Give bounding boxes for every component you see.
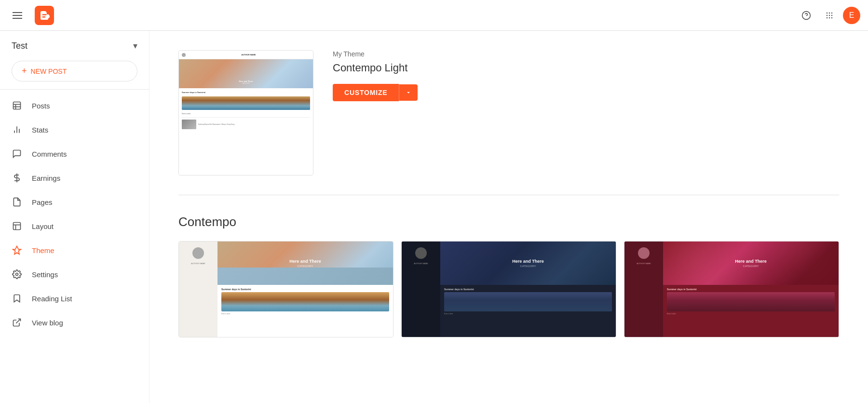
mini-post-2-image [182,120,196,129]
header-right: E [797,6,860,25]
sidebar-item-layout[interactable]: Layout [0,214,149,238]
card-rose-avatar [638,247,650,259]
new-post-button[interactable]: + NEW POST [12,61,137,81]
mini-header: AUTHOR NAME [179,51,313,59]
svg-point-8 [827,17,828,18]
pages-label: Pages [32,198,53,206]
sidebar-item-settings[interactable]: Settings [0,262,149,286]
comments-icon [12,148,22,159]
settings-label: Settings [32,270,58,279]
settings-icon [12,269,22,280]
apps-button[interactable] [820,6,839,25]
theme-title: Contempo Light [333,62,839,74]
card-light-blog-name: AUTHOR NAME [189,262,207,265]
sidebar-item-stats[interactable]: Stats [0,118,149,142]
theme-card-rose[interactable]: AUTHOR NAME Here and There CATEGORY Summ… [624,241,839,337]
card-light-body: Summer days in Santorini Button Labels [217,285,393,337]
sidebar-item-view-blog[interactable]: View blog [0,310,149,335]
theme-page: AUTHOR NAME Here and There CATEGORY Summ… [149,31,868,357]
theme-label: Theme [32,246,54,255]
card-dark-hero: Here and There CATEGORY [440,242,616,285]
sidebar-item-theme[interactable]: Theme [0,238,149,262]
card-light-main: Here and There CATEGORY Summer days in S… [217,242,393,337]
blog-selector[interactable]: Test ▾ [0,35,149,57]
card-light-hero-sub: CATEGORY [297,265,313,268]
contempo-section-title: Contempo [178,215,839,229]
theme-card-dark[interactable]: AUTHOR NAME Here and There CATEGORY Summ… [401,241,616,337]
my-theme-label: My Theme [333,50,839,58]
card-dark-body: Summer days in Santorini Button Labels [440,285,616,337]
card-dark-hero-sub: CATEGORY [520,265,536,268]
header-left [8,6,54,25]
contempo-section: Contempo AUTHOR NAME Here and There CATE… [178,215,839,337]
svg-line-23 [16,319,20,323]
card-light-hero-text: Here and There [289,259,321,264]
stats-icon [12,124,22,135]
card-light-hero-bottom [217,268,393,285]
card-dark-avatar [415,247,427,259]
svg-point-6 [829,14,830,16]
card-dark-sidebar: AUTHOR NAME [402,242,440,337]
hamburger-icon [9,8,26,23]
mini-blog-title: AUTHOR NAME [187,54,310,56]
sidebar-item-posts[interactable]: Posts [0,94,149,118]
posts-label: Posts [32,102,50,110]
sidebar: Test ▾ + NEW POST Posts Stats Commen [0,31,149,403]
my-theme-section: AUTHOR NAME Here and There CATEGORY Summ… [178,50,839,195]
help-button[interactable] [797,6,816,25]
help-icon [801,11,811,20]
card-rose-main: Here and There CATEGORY Summer days in S… [663,242,839,337]
customize-dropdown-button[interactable] [399,84,418,101]
mini-hero-sub: CATEGORY [239,82,253,84]
earnings-icon [12,173,22,183]
theme-card-light[interactable]: AUTHOR NAME Here and There CATEGORY Summ… [178,241,393,337]
svg-point-3 [829,12,830,13]
dropdown-arrow-icon [405,89,412,96]
sidebar-item-comments[interactable]: Comments [0,142,149,166]
card-rose-post-image [667,292,835,311]
view-blog-label: View blog [32,319,63,327]
user-avatar-button[interactable]: E [843,7,860,24]
sidebar-item-reading-list[interactable]: Reading List [0,286,149,310]
card-light-post-title: Summer days in Santorini [221,288,389,291]
reading-list-icon [12,293,22,304]
card-dark-hero-text: Here and There [512,259,544,264]
mini-header-content: AUTHOR NAME [187,54,310,56]
card-dark-inner: AUTHOR NAME Here and There CATEGORY Summ… [402,242,616,337]
card-light-inner: AUTHOR NAME Here and There CATEGORY Summ… [179,242,393,337]
sidebar-item-pages[interactable]: Pages [0,190,149,214]
mini-theme-preview: AUTHOR NAME Here and There CATEGORY Summ… [179,51,313,175]
svg-rect-19 [14,223,21,230]
card-light-hero: Here and There CATEGORY [217,242,393,285]
customize-button[interactable]: CUSTOMIZE [333,84,399,101]
mini-body-area: Summer days in Santorini Button Labels E… [179,88,313,175]
mini-post-text: Button Labels [182,113,310,115]
posts-icon [12,100,22,111]
card-rose-hero-text: Here and There [735,259,767,264]
card-dark-post-title: Summer days in Santorini [444,288,612,291]
earnings-label: Earnings [32,174,60,182]
svg-point-4 [831,12,833,13]
card-rose-post-title: Summer days in Santorini [667,288,835,291]
svg-rect-11 [14,102,21,109]
svg-point-2 [827,12,828,13]
view-blog-icon [12,317,22,328]
mini-avatar [182,53,186,57]
hamburger-menu-button[interactable] [8,6,27,25]
sidebar-item-earnings[interactable]: Earnings [0,166,149,190]
customize-button-group: CUSTOMIZE [333,84,839,101]
blogger-logo[interactable] [35,6,54,25]
card-light-post-text: Button Labels [221,313,389,315]
card-rose-body: Summer days in Santorini Button Labels [663,285,839,337]
mini-post-2: Exploring Beyond the Skyscrapers: Hiking… [182,120,310,129]
chevron-down-icon: ▾ [133,40,137,51]
card-rose-hero-sub: CATEGORY [743,265,759,268]
apps-icon [825,11,834,20]
mini-hero-area: Here and There CATEGORY [179,59,313,88]
sidebar-divider [0,89,149,90]
card-light-sidebar: AUTHOR NAME [179,242,217,337]
card-light-post-image [221,292,389,311]
card-rose-inner: AUTHOR NAME Here and There CATEGORY Summ… [624,242,839,337]
svg-point-9 [829,17,830,18]
svg-point-10 [831,17,833,18]
